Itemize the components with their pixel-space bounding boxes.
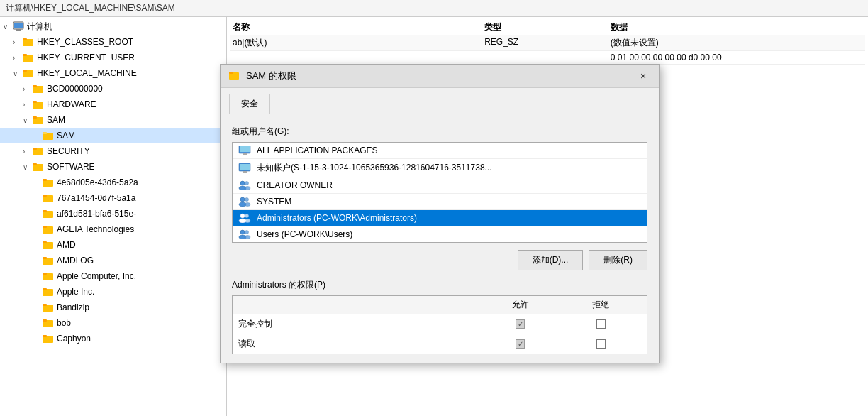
svg-rect-33 xyxy=(43,257,47,259)
monitor-icon xyxy=(238,163,251,173)
svg-point-64 xyxy=(245,214,249,218)
tree-item-sam[interactable]: ∨ SAM xyxy=(0,112,226,128)
col-type: 类型 xyxy=(484,21,611,33)
perm-deny-cell[interactable] xyxy=(560,319,641,329)
folder-icon xyxy=(43,193,54,203)
row1-type: REG_SZ xyxy=(484,37,611,49)
svg-point-54 xyxy=(240,181,245,185)
user-item-system[interactable]: SYSTEM xyxy=(233,194,647,210)
svg-rect-45 xyxy=(229,72,233,74)
svg-point-69 xyxy=(245,236,250,239)
svg-rect-2 xyxy=(16,29,21,31)
users-icon xyxy=(238,180,251,190)
row2-data: 0 01 00 00 00 00 00 d0 00 00 xyxy=(611,53,862,62)
tree-arrow-icon: ∨ xyxy=(23,116,33,124)
row1-data: (数值未设置) xyxy=(611,37,862,49)
deny-checkbox[interactable] xyxy=(596,319,606,329)
tree-pane: ∨ 计算机› HKEY_CLASSES_ROOT› HKEY_CURRENT_U… xyxy=(0,17,227,416)
tree-item-computer[interactable]: ∨ 计算机 xyxy=(0,18,226,34)
user-item-users[interactable]: Users (PC-WORK\Users) xyxy=(233,226,647,242)
tree-item-4e68d05e[interactable]: 4e68d05e-43d6-5a2a xyxy=(0,175,226,190)
tree-arrow-icon: › xyxy=(13,54,23,62)
row2-type xyxy=(484,53,611,62)
dialog-close-button[interactable]: × xyxy=(636,69,650,83)
table-row[interactable]: ab|(默认) REG_SZ (数值未设置) xyxy=(230,35,865,51)
user-item-all_app_packages[interactable]: ALL APPLICATION PACKAGES xyxy=(233,143,647,159)
svg-rect-37 xyxy=(43,288,47,290)
perm-allow-cell[interactable]: ✓ xyxy=(480,319,561,329)
svg-rect-1 xyxy=(14,23,23,28)
table-row[interactable]: 0 01 00 00 00 00 00 d0 00 00 xyxy=(230,51,865,65)
permissions-table: 允许 拒绝 完全控制✓读取✓ xyxy=(232,295,647,354)
user-label: Administrators (PC-WORK\Administrators) xyxy=(257,213,417,223)
tree-item-bcd00000000[interactable]: › BCD00000000 xyxy=(0,81,226,97)
tree-item-label: 4e68d05e-43d6-5a2a xyxy=(57,177,138,187)
tree-item-af61d581[interactable]: af61d581-bfa6-515e- xyxy=(0,206,226,221)
perm-deny-col: 拒绝 xyxy=(560,299,641,311)
perm-deny-cell[interactable] xyxy=(560,339,641,349)
folder-icon xyxy=(33,115,44,125)
tab-security[interactable]: 安全 xyxy=(229,94,270,114)
tree-item-apple_inc[interactable]: Apple Inc. xyxy=(0,284,226,300)
tree-item-label: 767a1454-0d7f-5a1a xyxy=(57,193,135,203)
tree-item-apple_computer[interactable]: Apple Computer, Inc. xyxy=(0,268,226,284)
user-item-unknown_account[interactable]: 未知帐户(S-1-15-3-1024-1065365936-1281604716… xyxy=(233,159,647,177)
svg-rect-47 xyxy=(240,146,250,152)
svg-point-61 xyxy=(245,203,250,207)
folder-icon xyxy=(43,318,54,328)
tree-item-label: AMDLOG xyxy=(57,256,94,266)
tree-item-label: AMD xyxy=(57,240,76,250)
tree-arrow-icon: ∨ xyxy=(23,163,33,171)
tree-item-ageia[interactable]: AGEIA Technologies xyxy=(0,221,226,237)
svg-rect-41 xyxy=(43,319,47,322)
tree-item-amd[interactable]: AMD xyxy=(0,237,226,253)
permission-row: 完全控制✓ xyxy=(233,314,647,334)
svg-point-66 xyxy=(240,230,245,234)
user-item-creator_owner[interactable]: CREATOR OWNER xyxy=(233,177,647,194)
tree-item-hkey_current_user[interactable]: › HKEY_CURRENT_USER xyxy=(0,50,226,65)
tree-item-767a1454[interactable]: 767a1454-0d7f-5a1a xyxy=(0,190,226,206)
svg-rect-3 xyxy=(15,31,22,31)
row2-name xyxy=(233,53,484,62)
right-pane-header: 名称 类型 数据 xyxy=(230,20,865,35)
col-name: 名称 xyxy=(233,21,484,33)
user-item-administrators[interactable]: Administrators (PC-WORK\Administrators) xyxy=(233,210,647,226)
allow-checkbox[interactable]: ✓ xyxy=(516,339,525,349)
tree-item-security[interactable]: › SECURITY xyxy=(0,143,226,159)
tree-item-hkey_local_machine[interactable]: ∨ HKEY_LOCAL_MACHINE xyxy=(0,65,226,81)
svg-rect-23 xyxy=(43,179,47,181)
allow-checkbox[interactable]: ✓ xyxy=(516,319,525,329)
tree-item-sam_sub[interactable]: SAM xyxy=(0,128,226,143)
tree-item-bandizip[interactable]: Bandizip xyxy=(0,300,226,315)
users-icon xyxy=(238,197,251,207)
tree-item-hkey_classes_root[interactable]: › HKEY_CLASSES_ROOT xyxy=(0,34,226,50)
perm-name: 完全控制 xyxy=(238,318,480,330)
tree-arrow-icon: › xyxy=(23,85,33,93)
remove-button[interactable]: 删除(R) xyxy=(589,250,647,270)
monitor-icon xyxy=(238,146,251,155)
tree-item-bob[interactable]: bob xyxy=(0,315,226,331)
computer-icon xyxy=(13,21,24,31)
tree-item-hardware[interactable]: › HARDWARE xyxy=(0,97,226,112)
group-users-label: 组或用户名(G): xyxy=(232,126,647,138)
tree-item-label: Bandizip xyxy=(57,302,89,312)
svg-rect-9 xyxy=(23,70,27,72)
user-label: Users (PC-WORK\Users) xyxy=(257,229,352,239)
permissions-header: 允许 拒绝 xyxy=(233,296,647,314)
svg-rect-19 xyxy=(33,148,37,150)
perm-name-col xyxy=(238,299,480,311)
svg-rect-25 xyxy=(43,195,47,197)
tree-item-label: SAM xyxy=(57,131,75,141)
svg-point-60 xyxy=(245,198,249,202)
folder-icon xyxy=(43,131,54,141)
svg-point-62 xyxy=(240,214,245,218)
perm-allow-cell[interactable]: ✓ xyxy=(480,339,561,349)
tree-item-amdlog[interactable]: AMDLOG xyxy=(0,253,226,268)
tree-item-caphyon[interactable]: Caphyon xyxy=(0,331,226,346)
deny-checkbox[interactable] xyxy=(596,339,606,349)
tree-item-label: SECURITY xyxy=(47,146,90,156)
tree-item-software[interactable]: ∨ SOFTWARE xyxy=(0,159,226,175)
add-button[interactable]: 添加(D)... xyxy=(518,250,584,270)
folder-icon xyxy=(23,37,34,47)
folder-icon xyxy=(33,146,44,156)
